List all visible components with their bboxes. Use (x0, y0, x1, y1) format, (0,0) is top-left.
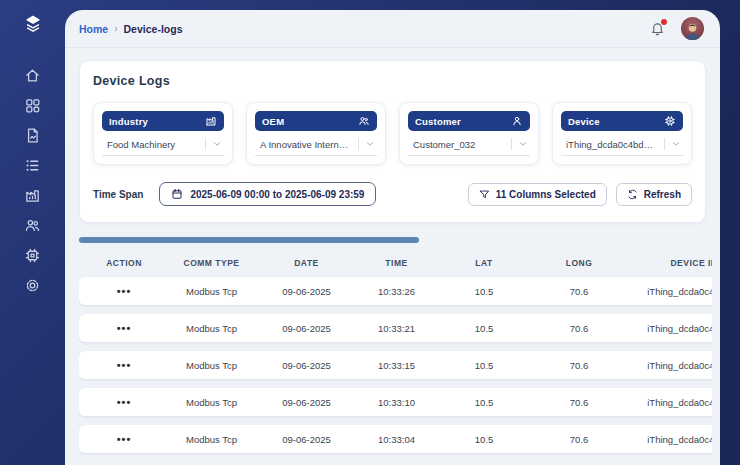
content-panel: Home › Device-logs Device Logs Industry (65, 10, 720, 465)
table-row: •••Modbus Tcp09-06-202510:33:2110.570.6i… (79, 314, 712, 342)
timespan-label: Time Span (93, 189, 143, 200)
chevron-down-icon (206, 139, 222, 149)
table-row: •••Modbus Tcp09-06-202510:33:2610.570.6i… (79, 277, 712, 305)
sidebar (0, 0, 65, 465)
row-actions-button[interactable]: ••• (79, 396, 169, 408)
chevron-down-icon (512, 139, 528, 149)
device-selected-value: iThing_dcda0c4bd7a4 (566, 139, 658, 150)
notification-dot (661, 19, 667, 25)
sidebar-item-industry[interactable] (20, 186, 46, 204)
cell-long: 70.6 (534, 360, 624, 371)
sidebar-item-home[interactable] (20, 66, 46, 84)
filter-funnel-icon (479, 189, 490, 200)
row-actions-button[interactable]: ••• (79, 322, 169, 334)
chevron-down-icon (665, 139, 681, 149)
factory-icon (205, 115, 217, 127)
apps-icon (24, 97, 41, 114)
filter-label: Device (568, 116, 600, 127)
filter-label: OEM (262, 116, 284, 127)
file-icon (24, 127, 41, 144)
list-icon (24, 157, 41, 174)
columns-selected-label: 11 Columns Selected (496, 189, 596, 200)
device-select[interactable]: iThing_dcda0c4bd7a4 (561, 131, 683, 156)
cell-date: 09-06-2025 (254, 286, 359, 297)
breadcrumb-separator: › (114, 23, 117, 34)
factory-icon (24, 187, 41, 204)
filter-card-customer: Customer Customer_032 (399, 102, 539, 165)
row-actions-button[interactable]: ••• (79, 285, 169, 297)
customer-select[interactable]: Customer_032 (408, 131, 530, 156)
people-icon (358, 115, 370, 127)
timespan-row: Time Span 2025-06-09 00:00 to 2025-06-09… (93, 182, 692, 206)
table-row: •••Modbus Tcp09-06-202510:33:0410.570.6i… (79, 425, 712, 453)
breadcrumb-home-link[interactable]: Home (79, 23, 108, 35)
cell-long: 70.6 (534, 286, 624, 297)
filters-row: Industry Food Machinery OEM (93, 102, 692, 165)
filter-label: Industry (109, 116, 148, 127)
refresh-label: Refresh (644, 189, 681, 200)
cell-date: 09-06-2025 (254, 434, 359, 445)
horizontal-scrollbar-thumb[interactable] (79, 237, 419, 243)
column-header[interactable]: Device ID (624, 258, 712, 268)
cell-lat: 10.5 (434, 434, 534, 445)
filter-header-customer: Customer (408, 111, 530, 131)
refresh-icon (627, 189, 638, 200)
row-actions-button[interactable]: ••• (79, 359, 169, 371)
sidebar-item-settings[interactable] (20, 276, 46, 294)
person-icon (511, 115, 523, 127)
filter-header-device: Device (561, 111, 683, 131)
sidebar-nav (20, 66, 46, 294)
cell-time: 10:33:15 (359, 360, 434, 371)
column-header[interactable]: Comm Type (169, 258, 254, 268)
cell-time: 10:33:10 (359, 397, 434, 408)
cell-long: 70.6 (534, 323, 624, 334)
column-header[interactable]: Lat (434, 258, 534, 268)
cell-comm_type: Modbus Tcp (169, 323, 254, 334)
cell-date: 09-06-2025 (254, 323, 359, 334)
table-header-row: ActionComm TypeDateTimeLatLongDevice ID (79, 253, 712, 277)
user-avatar[interactable] (681, 17, 704, 40)
topbar: Home › Device-logs (65, 10, 720, 48)
cell-time: 10:33:21 (359, 323, 434, 334)
industry-select[interactable]: Food Machinery (102, 131, 224, 156)
notification-bell-icon[interactable] (650, 21, 665, 36)
cell-comm_type: Modbus Tcp (169, 434, 254, 445)
cell-device_id: iThing_dcda0c4bd7a4 (624, 286, 712, 297)
columns-selected-button[interactable]: 11 Columns Selected (468, 183, 607, 206)
chip-icon (24, 247, 41, 264)
refresh-button[interactable]: Refresh (616, 183, 692, 206)
oem-select[interactable]: A Innovative Internatio... (255, 131, 377, 156)
calendar-icon (171, 188, 183, 200)
date-range-button[interactable]: 2025-06-09 00:00 to 2025-06-09 23:59 (159, 182, 376, 206)
cell-device_id: iThing_dcda0c4bd7a4 (624, 323, 712, 334)
filter-card-oem: OEM A Innovative Internatio... (246, 102, 386, 165)
column-header[interactable]: Date (254, 258, 359, 268)
gear-icon (24, 277, 41, 294)
breadcrumb-current: Device-logs (124, 23, 183, 35)
column-header[interactable]: Action (79, 258, 169, 268)
sidebar-item-logs[interactable] (20, 156, 46, 174)
oem-selected-value: A Innovative Internatio... (260, 139, 352, 150)
chip-icon (664, 115, 676, 127)
cell-comm_type: Modbus Tcp (169, 360, 254, 371)
cell-long: 70.6 (534, 434, 624, 445)
logs-table: ActionComm TypeDateTimeLatLongDevice ID … (79, 237, 712, 462)
home-icon (24, 67, 41, 84)
sidebar-item-dashboard[interactable] (20, 96, 46, 114)
sidebar-item-users[interactable] (20, 216, 46, 234)
row-actions-button[interactable]: ••• (79, 433, 169, 445)
filter-header-oem: OEM (255, 111, 377, 131)
cell-date: 09-06-2025 (254, 360, 359, 371)
cell-device_id: iThing_dcda0c4bd7a4 (624, 360, 712, 371)
cell-time: 10:33:04 (359, 434, 434, 445)
sidebar-item-devices[interactable] (20, 246, 46, 264)
column-header[interactable]: Time (359, 258, 434, 268)
cell-lat: 10.5 (434, 286, 534, 297)
cell-device_id: iThing_dcda0c4bd7a4 (624, 434, 712, 445)
cell-long: 70.6 (534, 397, 624, 408)
column-header[interactable]: Long (534, 258, 624, 268)
cell-lat: 10.5 (434, 360, 534, 371)
sidebar-item-reports[interactable] (20, 126, 46, 144)
table-row: •••Modbus Tcp09-06-202510:33:1010.570.6i… (79, 388, 712, 416)
filter-header-industry: Industry (102, 111, 224, 131)
